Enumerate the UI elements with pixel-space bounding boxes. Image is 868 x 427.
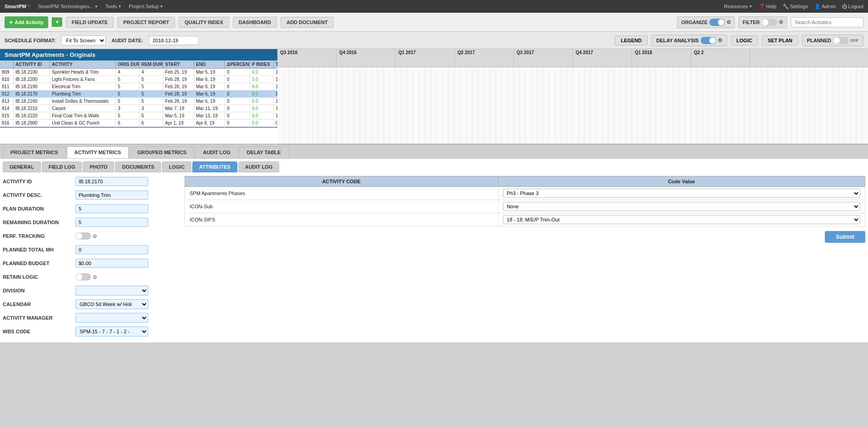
add-activity-dropdown-button[interactable]: ▼ bbox=[52, 17, 62, 27]
table-row[interactable]: 812IB.18.2170Plumbing Trim55Feb 28, 19Ma… bbox=[0, 90, 277, 98]
schedule-format-select[interactable]: Fit To Screen bbox=[61, 35, 106, 45]
form-row-planned-total-mh: PLANNED TOTAL MH bbox=[3, 244, 176, 255]
submit-button[interactable]: Submit bbox=[825, 231, 865, 243]
table-row[interactable]: 813IB.18.2160Install Grilles & Thermosta… bbox=[0, 98, 277, 105]
help-icon: ❓ bbox=[759, 4, 765, 10]
th-activity: ACTIVITY bbox=[50, 60, 116, 68]
planned-button[interactable]: PLANNED OFF bbox=[802, 35, 863, 46]
nav-admin[interactable]: 👤 Admin bbox=[814, 4, 836, 10]
code-value-cell[interactable]: Ph3 - Phase 3 bbox=[498, 187, 865, 200]
schedule-format-label: SCHEDULE FORMAT: bbox=[5, 38, 55, 43]
retain-logic-icon: ⊙ bbox=[93, 274, 97, 280]
sub-tab-field-log[interactable]: FIELD LOG bbox=[42, 161, 82, 172]
settings-icon: 🔧 bbox=[783, 4, 789, 10]
sub-tab-logic[interactable]: LOGIC bbox=[162, 161, 191, 172]
nav-project-setup[interactable]: Project Setup ▼ bbox=[129, 4, 163, 9]
chevron-down-icon: ▼ bbox=[749, 5, 753, 9]
calendar-select[interactable]: GBCO 5d Week w/ Holi bbox=[75, 299, 148, 309]
sub-tab-general[interactable]: GENERAL bbox=[3, 161, 41, 172]
project-title: SmartPM Apartments - Originals bbox=[0, 49, 277, 60]
table-row[interactable]: 816IB.18.2900Unit Clean & GC Punch66Apr … bbox=[0, 120, 277, 127]
activity-id-input[interactable] bbox=[75, 177, 148, 186]
main-tab-activity-metrics[interactable]: ACTIVITY METRICS bbox=[67, 146, 129, 158]
division-select[interactable] bbox=[75, 286, 148, 296]
organize-button[interactable]: ORGANIZE ⊙ bbox=[677, 16, 735, 28]
form-row-planned-budget: PLANNED BUDGET bbox=[3, 258, 176, 269]
gantt-quarter-label: Q2 2 bbox=[691, 49, 750, 67]
bottom-content: GENERALFIELD LOGPHOTODOCUMENTSLOGICATTRI… bbox=[0, 159, 868, 342]
code-value-select[interactable]: Ph3 - Phase 3 bbox=[503, 189, 860, 198]
delay-analysis-toggle[interactable] bbox=[701, 37, 716, 44]
project-report-button[interactable]: PROJECT REPORT bbox=[117, 17, 175, 28]
table-row[interactable]: 810IB.18.2200Light Fixtures & Fans55Feb … bbox=[0, 76, 277, 83]
sub-tab-photo[interactable]: PHOTO bbox=[83, 161, 114, 172]
sub-tab-row: GENERALFIELD LOGPHOTODOCUMENTSLOGICATTRI… bbox=[3, 161, 865, 172]
form-right: ACTIVITY CODE Code Value SPM Apartments … bbox=[185, 176, 865, 340]
field-update-button[interactable]: FIELD UPDATE bbox=[66, 17, 114, 28]
dashboard-button[interactable]: DASHBOARD bbox=[233, 17, 277, 28]
sub-tab-documents[interactable]: DOCUMENTS bbox=[115, 161, 161, 172]
toolbar: + Add Activity ▼ FIELD UPDATE PROJECT RE… bbox=[0, 13, 868, 32]
code-value-select[interactable]: 18 - 18: M/E/P Trim-Out bbox=[503, 215, 860, 224]
audit-date-input[interactable] bbox=[149, 36, 199, 45]
left-panel: SmartPM Apartments - Originals ACTIVITY … bbox=[0, 49, 277, 144]
form-row-division: DIVISION bbox=[3, 285, 176, 296]
activity-code-row: ICON-SIPS18 - 18: M/E/P Trim-Out bbox=[185, 213, 865, 226]
bottom-section: PROJECT METRICSACTIVITY METRICSGROUPED M… bbox=[0, 145, 868, 342]
organize-toggle-icon: ⊙ bbox=[727, 19, 731, 25]
wbs-code-select[interactable]: SPM-15 - 7 - 7 - 1 - 2 - bbox=[75, 327, 148, 337]
th-orig-dur: ORIG DUR bbox=[116, 60, 140, 68]
organize-toggle[interactable] bbox=[709, 19, 725, 26]
th-pindex: P INDEX bbox=[250, 60, 274, 68]
nav-help[interactable]: ❓ Help bbox=[759, 4, 777, 10]
th-end: END bbox=[194, 60, 225, 68]
planned-toggle[interactable] bbox=[833, 37, 848, 44]
nav-smartpm-technologies[interactable]: SmartPM Technologies... ▼ bbox=[38, 4, 98, 9]
delay-analysis-button[interactable]: DELAY ANALYSIS ⊙ bbox=[651, 35, 727, 46]
sub-tab-audit-log[interactable]: AUDIT LOG bbox=[238, 161, 280, 172]
add-activity-button[interactable]: + Add Activity bbox=[5, 16, 48, 28]
split-layout: SmartPM Apartments - Originals ACTIVITY … bbox=[0, 49, 868, 145]
table-row[interactable]: 814IB.18.2210Carpet33Mar 7, 19Mar 11, 19… bbox=[0, 105, 277, 112]
search-input[interactable] bbox=[791, 17, 863, 27]
main-tab-audit-log[interactable]: AUDIT LOG bbox=[195, 146, 238, 158]
filter-button[interactable]: FILTER ⊙ bbox=[738, 16, 787, 28]
code-value-select[interactable]: None bbox=[503, 202, 860, 211]
add-document-button[interactable]: ADD DOCUMENT bbox=[281, 17, 333, 28]
quality-index-button[interactable]: QUALITY INDEX bbox=[179, 17, 229, 28]
activity-desc-input[interactable] bbox=[75, 191, 148, 200]
activity-code-cell: SPM Apartments Phases bbox=[185, 187, 498, 200]
activity-manager-select[interactable] bbox=[75, 313, 148, 323]
project-table-container: SmartPM Apartments - Originals ACTIVITY … bbox=[0, 49, 277, 145]
legend-button[interactable]: LEGEND bbox=[615, 35, 647, 45]
set-plan-button[interactable]: SET PLAN bbox=[762, 35, 798, 45]
form-row-retain-logic: RETAIN LOGIC ⊙ bbox=[3, 271, 176, 282]
perf-tracking-toggle[interactable] bbox=[75, 232, 91, 240]
nav-settings[interactable]: 🔧 Settings bbox=[783, 4, 808, 10]
main-tab-delay-table[interactable]: DELAY TABLE bbox=[239, 146, 289, 158]
retain-logic-toggle[interactable] bbox=[75, 273, 91, 281]
table-row[interactable]: 809IB.18.2100Sprinkler Heads & Trim44Feb… bbox=[0, 69, 277, 76]
filter-toggle[interactable] bbox=[762, 19, 777, 26]
planned-total-mh-input[interactable] bbox=[75, 245, 148, 254]
table-body: 809IB.18.2100Sprinkler Heads & Trim44Feb… bbox=[0, 69, 277, 128]
nav-logout[interactable]: ⏻ Logout bbox=[842, 4, 863, 9]
schedule-bar-right: LEGEND DELAY ANALYSIS ⊙ LOGIC SET PLAN P… bbox=[615, 35, 863, 46]
planned-budget-input[interactable] bbox=[75, 259, 148, 268]
th-num bbox=[0, 60, 14, 68]
table-row[interactable]: 815IB.18.2220Final Coat Trim & Walls55Ma… bbox=[0, 112, 277, 120]
nav-tools[interactable]: Tools ▼ bbox=[105, 4, 122, 9]
remaining-duration-input[interactable] bbox=[75, 218, 148, 227]
main-tab-project-metrics[interactable]: PROJECT METRICS bbox=[3, 146, 66, 158]
logic-button[interactable]: LOGIC bbox=[731, 35, 758, 45]
form-row-activity-desc: ACTIVITY DESC. bbox=[3, 190, 176, 201]
code-value-cell[interactable]: 18 - 18: M/E/P Trim-Out bbox=[498, 213, 865, 226]
nav-resources[interactable]: Resources ▼ bbox=[724, 4, 753, 9]
sub-tab-attributes[interactable]: ATTRIBUTES bbox=[192, 161, 237, 172]
form-row-wbs-code: WBS CODE SPM-15 - 7 - 7 - 1 - 2 - bbox=[3, 326, 176, 337]
main-tab-grouped-metrics[interactable]: GROUPED METRICS bbox=[130, 146, 194, 158]
plan-duration-input[interactable] bbox=[75, 204, 148, 213]
table-row[interactable]: - Corridor FinishesFeb 26, 19Apr 11, 19 bbox=[0, 127, 277, 128]
table-row[interactable]: 811IB.18.2190Electrical Trim55Feb 28, 19… bbox=[0, 83, 277, 90]
code-value-cell[interactable]: None bbox=[498, 200, 865, 213]
